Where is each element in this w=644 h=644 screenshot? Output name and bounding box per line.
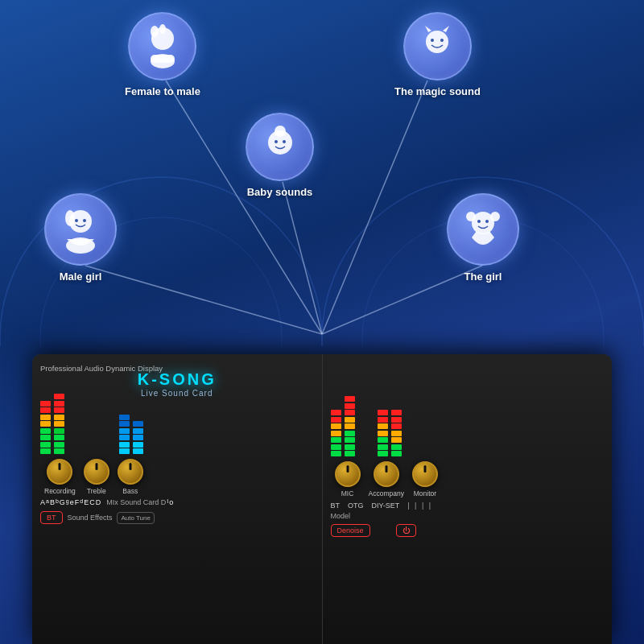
bar xyxy=(391,437,402,443)
bar xyxy=(133,428,143,434)
bar xyxy=(54,442,64,448)
model-label: Model xyxy=(331,512,605,520)
card-panel: Professional Audio Dynamic Display xyxy=(32,354,612,644)
bar xyxy=(378,423,388,429)
bar xyxy=(345,451,355,456)
knob-accompany-dial[interactable] xyxy=(374,461,399,487)
knob-bass-label: Bass xyxy=(122,487,138,495)
knob-recording-dial[interactable] xyxy=(47,459,72,485)
bar xyxy=(119,428,130,434)
bar xyxy=(40,442,51,448)
bar xyxy=(54,401,64,407)
otg-label: OTG xyxy=(348,502,364,510)
svg-point-26 xyxy=(75,219,78,222)
bar xyxy=(331,423,341,429)
bubble-baby-sounds-label: Baby sounds xyxy=(247,186,313,198)
bar xyxy=(54,415,64,420)
bottom-row-right: Denoise ⏻ xyxy=(331,524,605,537)
meter-col-r3 xyxy=(378,410,388,456)
bar xyxy=(40,401,51,407)
bubble-baby-sounds-circle xyxy=(246,113,314,181)
svg-point-21 xyxy=(275,140,278,143)
meter-col-r2 xyxy=(345,396,355,456)
right-knob-section: MIC Accompany Monitor xyxy=(331,461,605,497)
knob-recording-label: Recording xyxy=(44,487,76,495)
bar xyxy=(119,435,130,440)
bubble-the-girl-circle xyxy=(447,193,519,266)
knob-monitor: Monitor xyxy=(412,461,438,497)
svg-point-32 xyxy=(485,220,489,223)
bar xyxy=(40,407,51,413)
svg-marker-16 xyxy=(443,26,449,32)
bar xyxy=(391,423,402,429)
bubble-magic-sound: The magic sound xyxy=(394,12,481,97)
svg-point-29 xyxy=(466,212,476,221)
bar xyxy=(40,421,51,427)
svg-marker-15 xyxy=(425,26,431,32)
svg-point-11 xyxy=(159,24,166,34)
bar xyxy=(40,448,51,454)
bar xyxy=(133,448,143,454)
denoise-button[interactable]: Denoise xyxy=(331,524,370,537)
svg-point-27 xyxy=(83,219,86,222)
svg-point-18 xyxy=(440,39,444,42)
bar xyxy=(119,415,130,420)
bar xyxy=(391,431,402,436)
bubble-baby-sounds: Baby sounds xyxy=(246,113,314,198)
knob-treble: Treble xyxy=(84,459,109,495)
svg-point-14 xyxy=(426,31,448,53)
bar xyxy=(378,451,388,456)
bubble-magic-sound-circle xyxy=(403,12,472,80)
knob-monitor-label: Monitor xyxy=(414,489,436,497)
meter-col-r4 xyxy=(391,410,402,456)
bubble-the-girl: The girl xyxy=(447,193,519,283)
bt-otg-row: BT OTG DIY-SET | | | | xyxy=(331,502,605,510)
bar xyxy=(331,431,341,436)
knob-recording: Recording xyxy=(44,459,76,495)
svg-point-24 xyxy=(65,210,75,226)
bar xyxy=(54,428,64,434)
ksong-info: K-SONG Live Sound Card xyxy=(138,370,217,398)
svg-point-17 xyxy=(431,39,434,42)
bar xyxy=(391,451,402,456)
bar xyxy=(54,421,64,427)
bt-button[interactable]: BT xyxy=(40,511,63,524)
knob-mic-dial[interactable] xyxy=(335,461,361,487)
bar xyxy=(54,394,64,399)
knob-monitor-dial[interactable] xyxy=(412,461,438,487)
bubble-male-girl-circle xyxy=(44,193,117,266)
sound-card-device: Professional Audio Dynamic Display xyxy=(32,354,612,644)
ksong-brand: K-SONG xyxy=(138,370,217,389)
vu-meters-right xyxy=(331,380,605,456)
svg-point-22 xyxy=(283,140,286,143)
knob-bass: Bass xyxy=(118,459,143,495)
bar xyxy=(119,421,130,427)
bar xyxy=(378,431,388,436)
panel-left: Professional Audio Dynamic Display xyxy=(32,354,323,644)
bar xyxy=(378,417,388,423)
bar xyxy=(119,448,130,454)
bar xyxy=(40,428,51,434)
auto-tune-button[interactable]: Auto Tune xyxy=(117,512,154,524)
bar xyxy=(345,437,355,443)
bar xyxy=(54,448,64,454)
power-button[interactable]: ⏻ xyxy=(396,524,416,537)
ksong-subtitle: Live Sound Card xyxy=(138,389,217,398)
knob-treble-dial[interactable] xyxy=(84,459,109,485)
bubble-the-girl-label: The girl xyxy=(464,270,502,283)
bar xyxy=(54,407,64,413)
knob-mic: MIC xyxy=(335,461,361,497)
bar xyxy=(391,444,402,450)
alpha-keys-left: A a B b G g e F d E C D MIx Sound Card D… xyxy=(40,498,314,506)
bar xyxy=(345,417,355,423)
bar xyxy=(331,417,341,423)
knob-bass-dial[interactable] xyxy=(118,459,143,485)
svg-point-10 xyxy=(151,26,159,37)
bar xyxy=(391,417,402,423)
bar xyxy=(345,431,355,436)
knob-accompany: Accompany xyxy=(369,461,404,497)
bar xyxy=(133,435,143,440)
bar xyxy=(40,415,51,420)
bar xyxy=(331,451,341,456)
svg-point-20 xyxy=(275,126,286,137)
